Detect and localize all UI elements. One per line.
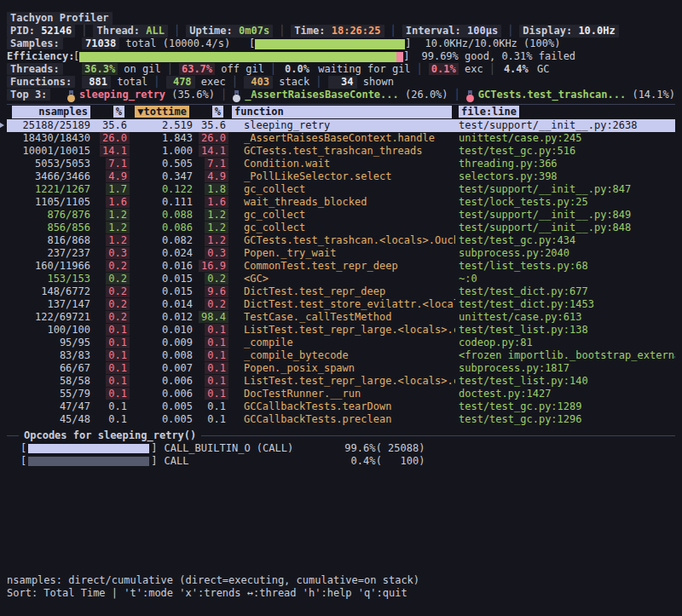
opcode-count: ( 25088) (375, 442, 425, 455)
cell-tottime: 0.009 (130, 337, 194, 349)
cell-nsamples: 122/69721 (7, 311, 95, 324)
bracket: [ (20, 455, 26, 468)
cell-file-line: doctest.py:1427 (455, 388, 675, 400)
functions-count-value: 881 (82, 76, 111, 89)
separator-bar: │ (232, 76, 238, 88)
status-thread-label: Thread: (96, 25, 146, 37)
cell-pct-cum: 0.1 (194, 337, 228, 349)
table-row[interactable]: 10001/1001514.11.00014.1GCTests.test_tra… (7, 145, 675, 158)
cell-function-name: DictTest.test_store_evilattr.<local... (228, 298, 455, 311)
table-row[interactable]: 148/67720.20.0159.6DictTest.test_repr_de… (7, 285, 675, 298)
table-row[interactable]: 18430/1843026.01.84326.0_AssertRaisesBas… (7, 132, 675, 145)
top3-items: sleeping_retry (35.6%)│_AssertRaisesBase… (67, 89, 675, 101)
table-header: nsamples % ▼tottime % function file:line (7, 106, 675, 118)
table-row[interactable]: 237/2370.30.0240.3Popen._try_waitsubproc… (7, 247, 675, 260)
table-row[interactable]: 816/8681.20.0821.2GCTests.test_trashcan.… (7, 234, 675, 247)
efficiency-row: Efficiency: [ ] 99.69% good, 0.31% faile… (7, 50, 675, 63)
table-row[interactable]: 25188/2518935.62.51935.6sleeping_retryte… (7, 119, 675, 132)
cell-pct-total: 0.1 (95, 413, 130, 426)
cell-pct-cum: 98.4 (194, 311, 228, 324)
separator-bar: │ (390, 25, 396, 37)
table-row[interactable]: 1105/11051.60.1111.6wait_threads_blocked… (7, 196, 675, 209)
column-header-function[interactable]: function (228, 106, 455, 118)
threads-pct-value: 4.4% (501, 63, 531, 75)
table-row[interactable]: 47/470.10.0050.1GCCallbackTests.tearDown… (7, 400, 675, 413)
table-row[interactable]: 1221/12671.70.1221.8gc_collecttest/suppo… (7, 183, 675, 196)
table-row[interactable]: 100/1000.10.0100.1ListTest.test_repr_lar… (7, 324, 675, 337)
column-header-pct-total[interactable]: % (95, 106, 130, 118)
table-row[interactable]: 95/950.10.0090.1_compilecodeop.py:81 (7, 337, 675, 349)
pct-value: 0.3 (205, 247, 228, 259)
table-row[interactable]: 153/1530.20.0150.2<GC>~:0 (7, 273, 675, 285)
samples-label: Samples: (7, 37, 63, 49)
status-thread-value: ALL (146, 25, 165, 37)
opcode-bar (28, 444, 149, 453)
table-row[interactable]: 137/1470.20.0140.2DictTest.test_store_ev… (7, 298, 675, 311)
pct-value: 14.1 (100, 145, 130, 157)
cell-nsamples: 816/868 (7, 234, 95, 247)
cell-file-line: selectors.py:398 (455, 170, 675, 183)
opcode-row: []CALL0.4%( 100) (7, 455, 675, 468)
table-row[interactable]: 66/670.10.0070.1Popen._posix_spawnsubpro… (7, 362, 675, 375)
column-header-file[interactable]: file:line (455, 106, 675, 118)
pct-value: 35.6 (100, 119, 130, 131)
cell-nsamples: 1105/1105 (7, 196, 95, 209)
efficiency-bar-good-fill (79, 52, 396, 62)
pct-value: 4.9 (205, 170, 228, 182)
status-display-value: 10.0Hz (578, 25, 615, 37)
opcode-name: CALL (157, 455, 336, 468)
pct-value: 0.2 (106, 311, 130, 323)
cell-function-name: ListTest.test_repr_large.<locals>.c... (228, 324, 455, 337)
cell-file-line: test/lock_tests.py:25 (455, 196, 675, 209)
pct-value: 1.2 (205, 222, 228, 233)
threads-pct-unit: off gil (215, 63, 264, 75)
threads-pct-unit: GC (531, 63, 550, 75)
app-title: Tachyon Profiler (7, 12, 113, 25)
table-row[interactable]: 122/697210.20.01298.4TestCase._callTestM… (7, 311, 675, 324)
status-bar: PID: 52146│Thread: ALL│Uptime: 0m07s│Tim… (7, 25, 675, 37)
functions-count-value: 478 (166, 76, 195, 89)
efficiency-label: Efficiency: (7, 50, 73, 63)
cell-function-name: sleeping_retry (228, 119, 455, 132)
cell-pct-cum: 0.1 (194, 400, 228, 413)
cell-tottime: 0.505 (130, 158, 194, 170)
threads-row: Threads: 36.3% on gil│63.7% off gil│0.0%… (7, 63, 675, 76)
cell-pct-total: 0.1 (95, 388, 130, 400)
samples-row: Samples: 71038 total (10000.4/s) [ ] 10.… (7, 37, 675, 50)
cell-function-name: _compile (228, 337, 455, 349)
table-row[interactable]: 3466/34664.90.3474.9_PollLikeSelector.se… (7, 170, 675, 183)
status-uptime-label: Uptime: (189, 25, 239, 37)
cell-pct-total: 0.1 (95, 324, 130, 337)
column-header-pct-cum[interactable]: % (194, 106, 228, 118)
table-row[interactable]: 58/580.10.0060.1ListTest.test_repr_large… (7, 375, 675, 388)
samples-total: 71038 total (10000.4/s) (82, 37, 249, 50)
separator-bar: │ (167, 63, 173, 75)
status-pid-value: 52146 (41, 25, 72, 37)
status-interval-label: Interval: (406, 25, 467, 37)
functions-row: Functions: 881 total│478 exec│403 stack│… (7, 76, 675, 89)
threads-pct-value: 36.3% (82, 63, 118, 75)
functions-count-unit: shown (357, 76, 394, 88)
table-row[interactable]: 876/8761.20.0881.2gc_collecttest/support… (7, 209, 675, 222)
cell-tottime: 0.005 (130, 400, 194, 413)
samples-bar-fill (255, 39, 405, 49)
cell-file-line: test/test_dict.py:1453 (455, 298, 675, 311)
cell-file-line: test/test_list.py:140 (455, 375, 675, 388)
cell-tottime: 0.012 (130, 311, 194, 324)
cell-nsamples: 160/11966 (7, 260, 95, 273)
column-header-tottime[interactable]: ▼tottime (130, 106, 194, 118)
table-row[interactable]: 83/830.10.0080.1_compile_bytecode<frozen… (7, 349, 675, 362)
cell-file-line: codeop.py:81 (455, 337, 675, 349)
table-row[interactable]: 55/790.10.0060.1DocTestRunner.__rundocte… (7, 388, 675, 400)
table-row[interactable]: 45/480.10.0050.1GCCallbackTests.preclean… (7, 413, 675, 426)
pct-value: 0.1 (205, 400, 228, 412)
pct-value: 0.1 (106, 324, 130, 336)
separator-bar: │ (315, 76, 321, 88)
cell-pct-total: 0.1 (95, 400, 130, 413)
cell-nsamples: 876/876 (7, 209, 95, 222)
column-header-nsamples[interactable]: nsamples (7, 106, 95, 118)
table-row[interactable]: 160/119660.20.01616.9CommonTest.test_rep… (7, 260, 675, 273)
table-row[interactable]: 856/8561.20.0861.2gc_collecttest/support… (7, 222, 675, 234)
table-row[interactable]: 5053/50537.10.5057.1Condition.waitthread… (7, 158, 675, 170)
cell-pct-total: 14.1 (95, 145, 130, 158)
